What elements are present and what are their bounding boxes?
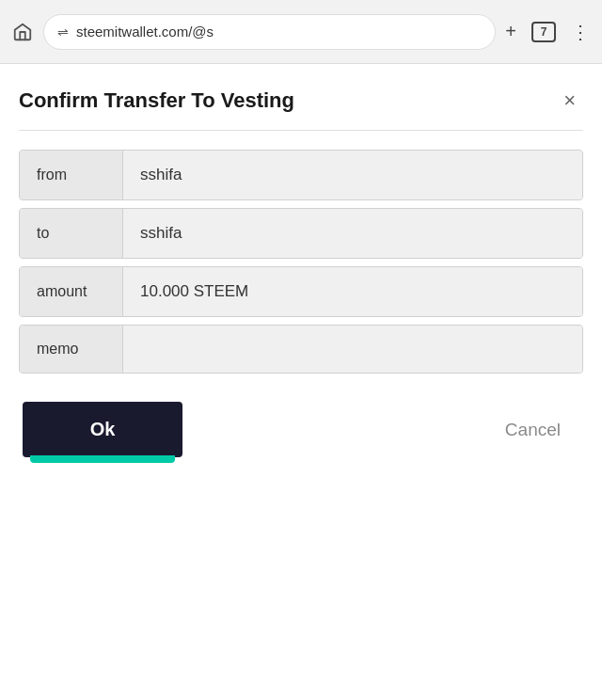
from-label: from — [37, 167, 67, 183]
memo-label-cell: memo — [20, 326, 123, 373]
from-label-cell: from — [20, 151, 123, 199]
tabs-count-badge[interactable]: 7 — [531, 22, 556, 42]
amount-value: 10.000 STEEM — [140, 282, 248, 301]
memo-row: memo — [19, 325, 583, 374]
home-icon[interactable] — [11, 21, 34, 43]
to-label: to — [37, 225, 49, 242]
address-text: steemitwallet.com/@s — [76, 24, 482, 40]
cancel-button[interactable]: Cancel — [486, 410, 579, 450]
from-value: sshifa — [140, 166, 182, 184]
amount-row: amount 10.000 STEEM — [19, 266, 583, 317]
to-value-cell: sshifa — [123, 209, 582, 258]
confirm-transfer-dialog: Confirm Transfer To Vesting × from sshif… — [0, 64, 602, 485]
to-row: to sshifa — [19, 208, 583, 259]
new-tab-icon[interactable]: + — [505, 21, 516, 42]
browser-chrome: ⇌ steemitwallet.com/@s + 7 ⋮ — [0, 0, 602, 64]
page-content: Confirm Transfer To Vesting × from sshif… — [0, 64, 602, 700]
to-label-cell: to — [20, 209, 123, 258]
browser-menu-icon[interactable]: ⋮ — [571, 21, 591, 43]
close-button[interactable]: × — [556, 87, 583, 115]
amount-label-cell: amount — [20, 267, 123, 316]
buttons-row: Ok Cancel — [19, 402, 583, 457]
address-bar[interactable]: ⇌ steemitwallet.com/@s — [43, 14, 496, 50]
browser-actions: + 7 ⋮ — [505, 21, 591, 43]
to-value: sshifa — [140, 224, 182, 243]
from-value-cell: sshifa — [123, 151, 582, 199]
amount-value-cell: 10.000 STEEM — [123, 267, 582, 316]
connection-icon: ⇌ — [57, 24, 69, 40]
dialog-title: Confirm Transfer To Vesting — [19, 88, 294, 113]
memo-label: memo — [37, 341, 78, 358]
from-row: from sshifa — [19, 150, 583, 200]
memo-value-cell — [123, 326, 582, 373]
ok-button[interactable]: Ok — [23, 402, 182, 457]
amount-label: amount — [37, 283, 87, 300]
dialog-header: Confirm Transfer To Vesting × — [19, 87, 583, 131]
